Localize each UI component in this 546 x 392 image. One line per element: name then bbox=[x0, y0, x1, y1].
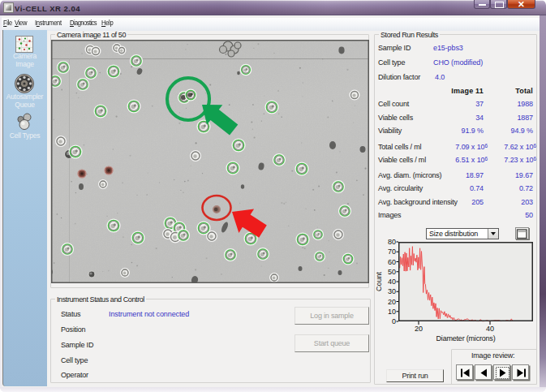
svg-text:20: 20 bbox=[415, 325, 423, 333]
svg-text:40: 40 bbox=[486, 325, 494, 333]
svg-text:0: 0 bbox=[392, 317, 396, 325]
svg-text:Count: Count bbox=[375, 272, 383, 292]
svg-text:30: 30 bbox=[388, 287, 396, 295]
svg-text:70: 70 bbox=[388, 248, 396, 256]
svg-text:60: 60 bbox=[388, 258, 396, 266]
svg-text:80: 80 bbox=[388, 238, 396, 246]
svg-text:10: 10 bbox=[388, 308, 396, 316]
svg-text:Diameter (microns): Diameter (microns) bbox=[436, 334, 496, 342]
svg-text:20: 20 bbox=[388, 298, 396, 306]
svg-text:40: 40 bbox=[388, 278, 396, 286]
svg-text:50: 50 bbox=[388, 268, 396, 276]
